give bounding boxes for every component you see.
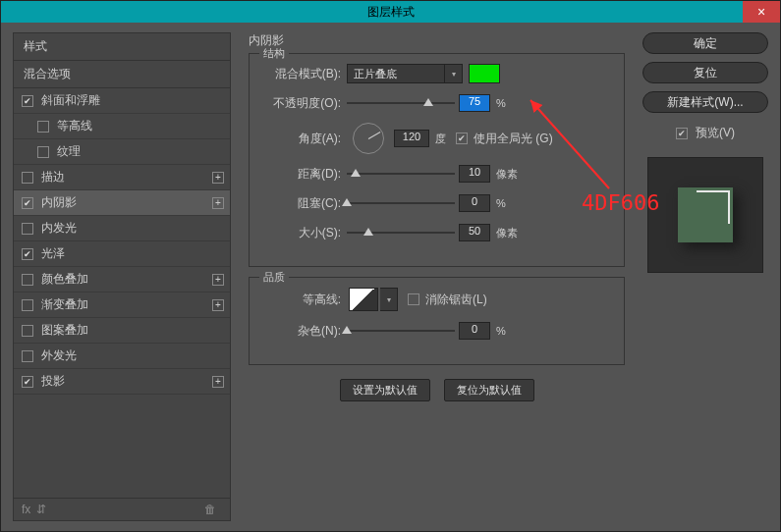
global-light-label: 使用全局光 (G) [474,131,553,147]
distance-slider[interactable] [347,164,455,184]
sidebar-item-label: 图案叠加 [41,322,88,339]
sidebar-item-label: 光泽 [41,245,65,262]
add-icon[interactable]: + [212,197,224,209]
choke-unit: % [496,197,506,209]
add-icon[interactable]: + [212,376,224,388]
add-icon[interactable]: + [212,299,224,311]
contour-dropdown-icon[interactable]: ▾ [380,288,398,311]
distance-unit: 像素 [496,167,518,182]
angle-input[interactable]: 120 [394,130,429,147]
contour-picker[interactable] [349,288,378,311]
reset-default-button[interactable]: 复位为默认值 [444,379,534,401]
distance-input[interactable]: 10 [459,165,490,183]
antialias-label: 消除锯齿(L) [425,292,487,308]
blend-mode-select[interactable]: 正片叠底 [347,64,445,83]
size-slider[interactable] [347,223,455,242]
sidebar-checkbox[interactable] [22,274,33,286]
sidebar-checkbox[interactable] [22,299,33,311]
quality-fieldset: 品质 等高线: ▾ 消除锯齿(L) 杂色(N): 0 % [249,277,625,365]
opacity-unit: % [496,97,506,109]
quality-legend: 品质 [259,270,289,285]
window-title: 图层样式 [1,4,780,21]
sidebar-item-9[interactable]: 图案叠加 [14,318,230,344]
ok-button[interactable]: 确定 [642,32,768,54]
distance-label: 距离(D): [263,166,347,183]
sidebar-item-5[interactable]: 内发光 [14,216,230,241]
make-default-button[interactable]: 设置为默认值 [340,379,430,401]
titlebar: 图层样式 × [1,1,780,23]
add-icon[interactable]: + [212,274,224,286]
sidebar-checkbox[interactable] [37,121,49,133]
size-label: 大小(S): [263,225,347,241]
sidebar-checkbox[interactable] [22,197,33,209]
sidebar-checkbox[interactable] [22,325,33,337]
sidebar-item-label: 内阴影 [41,194,77,211]
preview-checkbox[interactable] [676,128,688,139]
sidebar-item-1[interactable]: 等高线 [14,114,230,139]
opacity-slider[interactable] [347,93,455,113]
add-icon[interactable]: + [212,172,224,184]
sidebar-checkbox[interactable] [22,248,33,260]
sidebar-item-label: 投影 [41,373,65,390]
sidebar-item-0[interactable]: 斜面和浮雕 [14,88,230,114]
sidebar-item-6[interactable]: 光泽 [14,241,230,267]
sidebar-checkbox[interactable] [22,376,33,388]
chevron-updown-icon[interactable]: ⇵ [36,503,46,516]
choke-slider[interactable] [347,193,455,213]
sidebar-item-label: 描边 [41,169,65,186]
angle-label: 角度(A): [263,131,347,147]
close-button[interactable]: × [743,1,780,23]
sidebar-checkbox[interactable] [22,95,33,107]
angle-dial[interactable] [353,123,384,154]
structure-legend: 结构 [259,46,289,61]
sidebar-item-8[interactable]: 渐变叠加+ [14,293,230,318]
noise-input[interactable]: 0 [459,322,490,340]
sidebar-item-7[interactable]: 颜色叠加+ [14,267,230,293]
preview-label: 预览(V) [696,125,735,141]
color-swatch[interactable] [469,64,500,83]
sidebar-item-label: 外发光 [41,347,77,364]
sidebar-head: 样式 [14,33,230,61]
choke-label: 阻塞(C): [263,195,347,212]
sidebar-item-11[interactable]: 投影+ [14,369,230,395]
noise-label: 杂色(N): [263,323,347,340]
preview-box [647,157,763,273]
new-style-button[interactable]: 新建样式(W)... [642,91,768,113]
sidebar-blending-options[interactable]: 混合选项 [14,61,230,88]
sidebar-item-label: 斜面和浮雕 [41,92,100,109]
sidebar-item-label: 等高线 [57,118,92,134]
sidebar-item-4[interactable]: 内阴影+ [14,190,230,216]
opacity-label: 不透明度(O): [263,95,347,112]
sidebar-item-label: 颜色叠加 [41,271,88,288]
trash-icon[interactable]: 🗑 [204,503,216,516]
noise-slider[interactable] [347,321,455,341]
sidebar-item-label: 渐变叠加 [41,296,88,313]
cancel-button[interactable]: 复位 [642,62,768,83]
structure-fieldset: 结构 混合模式(B): 正片叠底 ▾ 不透明度(O): 75 % 角度(A): [249,53,625,267]
sidebar-checkbox[interactable] [22,350,33,362]
global-light-checkbox[interactable] [456,133,468,144]
styles-sidebar: 样式 混合选项 斜面和浮雕等高线纹理描边+内阴影+内发光光泽颜色叠加+渐变叠加+… [13,32,231,521]
main-panel: 内阴影 结构 混合模式(B): 正片叠底 ▾ 不透明度(O): 75 % 角度(… [245,32,629,521]
antialias-checkbox[interactable] [408,293,419,305]
sidebar-item-10[interactable]: 外发光 [14,344,230,369]
choke-input[interactable]: 0 [459,194,490,212]
sidebar-footer: fx ⇵ 🗑 [14,498,230,520]
panel-title: 内阴影 [245,32,629,53]
size-input[interactable]: 50 [459,224,490,241]
blend-mode-label: 混合模式(B): [263,66,347,82]
chevron-down-icon[interactable]: ▾ [445,64,463,83]
opacity-input[interactable]: 75 [459,94,490,112]
sidebar-checkbox[interactable] [37,146,49,158]
sidebar-item-label: 内发光 [41,220,77,237]
sidebar-checkbox[interactable] [22,223,33,235]
sidebar-item-2[interactable]: 纹理 [14,139,230,165]
noise-unit: % [496,325,506,337]
right-column: 确定 复位 新建样式(W)... 预览(V) [642,32,768,521]
contour-label: 等高线: [263,292,347,308]
fx-icon[interactable]: fx [22,503,30,516]
sidebar-checkbox[interactable] [22,172,33,184]
sidebar-item-label: 纹理 [57,143,81,160]
size-unit: 像素 [496,226,518,240]
sidebar-item-3[interactable]: 描边+ [14,165,230,190]
